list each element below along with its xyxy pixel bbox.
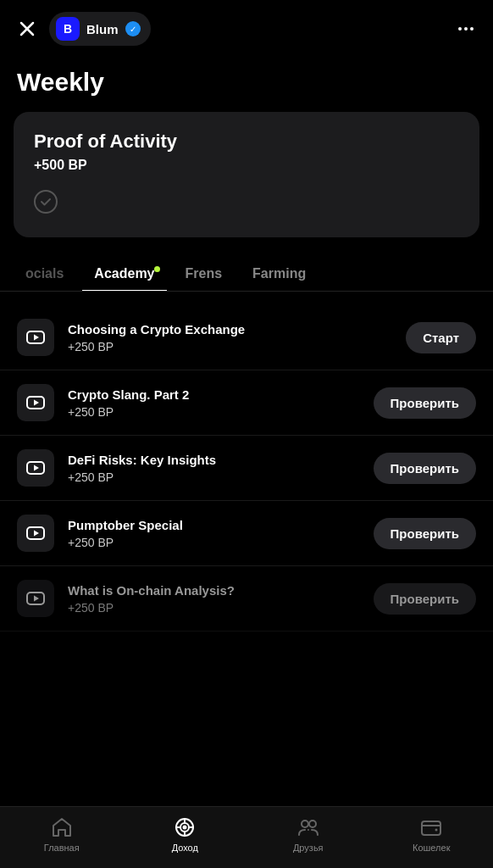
item-bp-2: +250 BP: [68, 405, 360, 419]
svg-point-14: [184, 826, 186, 829]
academy-dot: [154, 266, 160, 272]
tab-academy[interactable]: Academy: [82, 258, 166, 292]
more-button[interactable]: [452, 15, 479, 42]
item-info-2: Crypto Slang. Part 2 +250 BP: [68, 387, 360, 419]
friends-icon: [296, 815, 320, 839]
close-button[interactable]: [14, 15, 41, 42]
dot1: [458, 27, 462, 31]
tab-frens[interactable]: Frens: [174, 258, 235, 292]
nav-income[interactable]: Доход: [159, 815, 210, 853]
item-bp-3: +250 BP: [68, 470, 360, 484]
list-item: Crypto Slang. Part 2 +250 BP Проверить: [0, 370, 493, 436]
svg-point-22: [435, 829, 438, 832]
item-title-5: What is On-chain Analysis?: [68, 583, 360, 598]
income-icon: [173, 815, 197, 839]
nav-friends[interactable]: Друзья: [283, 815, 334, 853]
dot3: [470, 27, 474, 31]
list-item: Pumptober Special +250 BP Проверить: [0, 501, 493, 566]
youtube-icon-2: [17, 384, 54, 421]
youtube-icon-5: [17, 580, 54, 617]
youtube-icon-4: [17, 515, 54, 552]
tab-farming[interactable]: Farming: [241, 258, 318, 292]
academy-list: Choosing a Crypto Exchange +250 BP Старт…: [0, 298, 493, 638]
list-item: What is On-chain Analysis? +250 BP Прове…: [0, 566, 493, 632]
item-title-2: Crypto Slang. Part 2: [68, 387, 360, 402]
youtube-icon-1: [17, 319, 54, 356]
item-info-4: Pumptober Special +250 BP: [68, 518, 360, 549]
svg-point-19: [302, 821, 308, 827]
item-title-1: Choosing a Crypto Exchange: [68, 322, 392, 337]
app-name: Blum: [86, 22, 119, 36]
item-bp-5: +250 BP: [68, 601, 360, 615]
tabs-container: ocials Academy Frens Farming: [0, 258, 493, 292]
check-circle-icon: [34, 190, 58, 214]
item-bp-4: +250 BP: [68, 536, 360, 549]
nav-income-label: Доход: [172, 843, 198, 853]
item-info-3: DeFi Risks: Key Insights +250 BP: [68, 453, 360, 484]
page-title: Weekly: [0, 58, 493, 112]
nav-home[interactable]: Главная: [36, 815, 87, 853]
tabs-row: ocials Academy Frens Farming: [0, 258, 493, 291]
app-icon: B: [56, 17, 80, 41]
verified-badge: ✓: [125, 21, 141, 36]
nav-friends-label: Друзья: [293, 843, 324, 853]
verify-button-4[interactable]: Проверить: [374, 518, 476, 549]
top-bar-left: B Blum ✓: [14, 12, 151, 46]
svg-point-20: [309, 821, 316, 827]
item-info-5: What is On-chain Analysis? +250 BP: [68, 583, 360, 615]
start-button-1[interactable]: Старт: [406, 322, 476, 353]
nav-wallet[interactable]: Кошелек: [406, 815, 457, 853]
home-icon: [50, 815, 74, 839]
wallet-icon: [419, 815, 443, 839]
item-title-3: DeFi Risks: Key Insights: [68, 453, 360, 467]
youtube-icon-3: [17, 449, 54, 487]
nav-home-label: Главная: [44, 843, 80, 853]
bottom-nav: Главная Доход Друзья: [0, 806, 493, 868]
svg-rect-21: [422, 821, 440, 835]
item-title-4: Pumptober Special: [68, 518, 360, 532]
tab-socials[interactable]: ocials: [14, 258, 75, 292]
item-bp-1: +250 BP: [68, 340, 392, 353]
app-pill[interactable]: B Blum ✓: [49, 12, 151, 46]
verify-button-3[interactable]: Проверить: [374, 453, 476, 484]
top-bar: B Blum ✓: [0, 0, 493, 58]
list-item: Choosing a Crypto Exchange +250 BP Старт: [0, 305, 493, 370]
proof-card-title: Proof of Activity: [34, 131, 459, 153]
verify-button-5[interactable]: Проверить: [374, 583, 476, 615]
verify-button-2[interactable]: Проверить: [374, 387, 476, 419]
proof-card-bp: +500 BP: [34, 158, 459, 173]
dot2: [464, 27, 468, 31]
proof-of-activity-card[interactable]: Proof of Activity +500 BP: [14, 112, 479, 237]
item-info-1: Choosing a Crypto Exchange +250 BP: [68, 322, 392, 353]
list-item: DeFi Risks: Key Insights +250 BP Провери…: [0, 436, 493, 501]
nav-wallet-label: Кошелек: [413, 843, 450, 853]
